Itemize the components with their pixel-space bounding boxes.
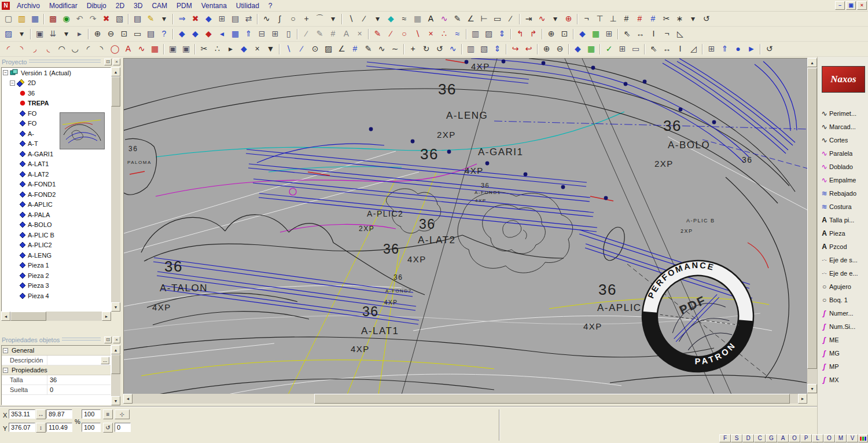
curve-button[interactable]: ∿ [260, 13, 273, 25]
scale-y-field[interactable] [82, 423, 101, 432]
tool-num-si[interactable]: ʃNum.Si... [818, 320, 868, 333]
prop-value-talla[interactable]: 36 [47, 375, 111, 385]
arc-tl-button[interactable]: ◜ [2, 43, 15, 56]
hatch2-button[interactable]: ▨ [322, 43, 335, 56]
perpendicular-button[interactable]: ⊥ [606, 13, 620, 25]
tool-mp[interactable]: ʃMP [818, 360, 868, 373]
layer-toggle-d[interactable]: D [742, 434, 754, 442]
wave-blue-button[interactable]: ≈ [451, 28, 464, 41]
text-gray-button[interactable]: A [340, 28, 353, 41]
window-button[interactable]: ⊞ [602, 28, 616, 41]
menu-cam[interactable]: CAM [147, 1, 172, 11]
tool-costura[interactable]: ≋Costura [818, 200, 868, 213]
curve-red-button[interactable]: ∿ [535, 13, 549, 25]
scroll-down-icon[interactable]: ▼ [111, 302, 120, 312]
check-button[interactable]: ✓ [602, 43, 616, 56]
menu-ventana[interactable]: Ventana [197, 1, 231, 11]
collapse-button[interactable]: ⊟ [255, 28, 269, 41]
scroll-left-icon[interactable]: ◄ [123, 394, 133, 404]
tool-perimet[interactable]: ∿Perimet... [818, 107, 868, 120]
arc-top-button[interactable]: ◠ [55, 43, 68, 56]
tee-button[interactable]: ⊤ [593, 13, 606, 25]
tool-mx[interactable]: ʃMX [818, 373, 868, 386]
dock-panel-icon[interactable]: ⊡ [104, 336, 112, 343]
layer-toggle-s[interactable]: S [731, 434, 742, 442]
menu-dibujo[interactable]: Dibujo [82, 1, 111, 11]
layer-toggle-a[interactable]: A [777, 434, 789, 442]
tree-item-a-plic-b[interactable]: A-PLIC B [2, 230, 111, 240]
scroll-right-icon[interactable]: ► [798, 394, 807, 404]
tool-me[interactable]: ʃME [818, 333, 868, 346]
tool-agujero[interactable]: ○Agujero [818, 280, 868, 293]
rotate-icon[interactable]: ↺ [103, 423, 113, 433]
cut2-button[interactable]: ✂ [197, 43, 211, 56]
corner-button[interactable]: ¬ [580, 13, 593, 25]
info-button[interactable]: ◉ [60, 13, 73, 25]
window2-button[interactable]: ⊞ [616, 43, 629, 56]
tree-item-a-lat2[interactable]: A-LAT2 [2, 169, 111, 180]
play-button[interactable]: ▸ [224, 43, 237, 56]
package-button[interactable]: ▩ [46, 13, 60, 25]
list-icon[interactable]: ≡ [103, 409, 113, 419]
flag-button[interactable]: ▸ [73, 28, 86, 41]
menu-pdm[interactable]: PDM [172, 1, 197, 11]
canvas-horizontal-scrollbar[interactable]: ◄ ► [123, 394, 807, 404]
tree-item-a-fond1[interactable]: A-FOND1 [2, 180, 111, 190]
x-black-button[interactable]: × [251, 43, 264, 56]
circle-dot-button[interactable]: ⊙ [308, 43, 322, 56]
line-dropdown-button[interactable]: ▾ [371, 13, 384, 25]
monitor-button[interactable]: ▭ [629, 43, 642, 56]
wave-red-button[interactable]: ∿ [135, 43, 148, 56]
diamond4-button[interactable]: ◆ [571, 43, 584, 56]
close-panel-icon[interactable]: × [113, 336, 120, 343]
circle-red-button[interactable]: ○ [398, 28, 411, 41]
zoom-in-button[interactable]: ⊕ [91, 28, 104, 41]
props-scroll-thumb[interactable] [111, 354, 120, 374]
erase-button[interactable]: ✖ [189, 13, 202, 25]
pen-dropdown-button[interactable]: ▾ [157, 13, 171, 25]
fill-button[interactable]: ▨ [2, 28, 15, 41]
tool-cortes[interactable]: ∿Cortes [818, 133, 868, 147]
tool-empalme[interactable]: ∿Empalme [818, 173, 868, 186]
arc-br-button[interactable]: ◟ [42, 43, 55, 56]
tree-item-36[interactable]: 36 [2, 88, 111, 98]
tool-marcad[interactable]: ∿Marcad... [818, 120, 868, 133]
zoom6-button[interactable]: ⊖ [553, 43, 567, 56]
arrow-resize-button[interactable]: ↔ [634, 28, 647, 41]
move-point-button[interactable]: + [300, 13, 313, 25]
pencil-button[interactable]: ✎ [451, 13, 464, 25]
measure-button[interactable]: ⊢ [477, 13, 491, 25]
canvas-vscroll-thumb[interactable] [807, 68, 817, 369]
backslash-red-button[interactable]: ∖ [411, 28, 424, 41]
tree-item-pieza-3[interactable]: Pieza 3 [2, 281, 111, 291]
collapse-icon[interactable]: − [3, 368, 8, 373]
pencil-gray-button[interactable]: ✎ [313, 28, 326, 41]
layer-toggle-m[interactable]: M [835, 434, 847, 442]
minimize-button[interactable]: – [835, 1, 845, 10]
arc-black-tl-button[interactable]: ◜ [82, 43, 95, 56]
menu-help[interactable]: ? [264, 1, 277, 11]
undo-button[interactable]: ↶ [73, 13, 86, 25]
cut-button[interactable]: ✂ [660, 13, 673, 25]
ibeam2-button[interactable]: I [674, 43, 687, 56]
menu-2d[interactable]: 2D [111, 1, 129, 11]
print-area-button[interactable]: ▤ [144, 28, 157, 41]
layer-toggle-o[interactable]: O [789, 434, 800, 442]
slash-blue-button[interactable]: ∕ [295, 43, 308, 56]
clipboard-button[interactable]: ▥ [469, 28, 482, 41]
x-gray-button[interactable]: × [353, 28, 366, 41]
ruler-button[interactable]: ▭ [131, 28, 144, 41]
layer-toggle-l[interactable]: L [812, 434, 823, 442]
tree-item-a-aplic[interactable]: A-APLIC [2, 200, 111, 210]
capture-button[interactable]: ▧ [113, 13, 126, 25]
layers-button[interactable]: ▣ [33, 28, 46, 41]
pen-color-button[interactable]: ✎ [144, 13, 157, 25]
layer-toggle-v[interactable]: V [847, 434, 858, 442]
x-coordinate-field[interactable] [9, 409, 35, 419]
pages-button[interactable]: ▣ [166, 43, 179, 56]
arrows-vertical-button[interactable]: ⇕ [495, 28, 509, 41]
tilde-button[interactable]: ∼ [388, 43, 402, 56]
arc-bottom-button[interactable]: ◡ [68, 43, 82, 56]
arrow-up-button[interactable]: ⇑ [242, 28, 255, 41]
target-button[interactable]: ⊕ [562, 13, 575, 25]
